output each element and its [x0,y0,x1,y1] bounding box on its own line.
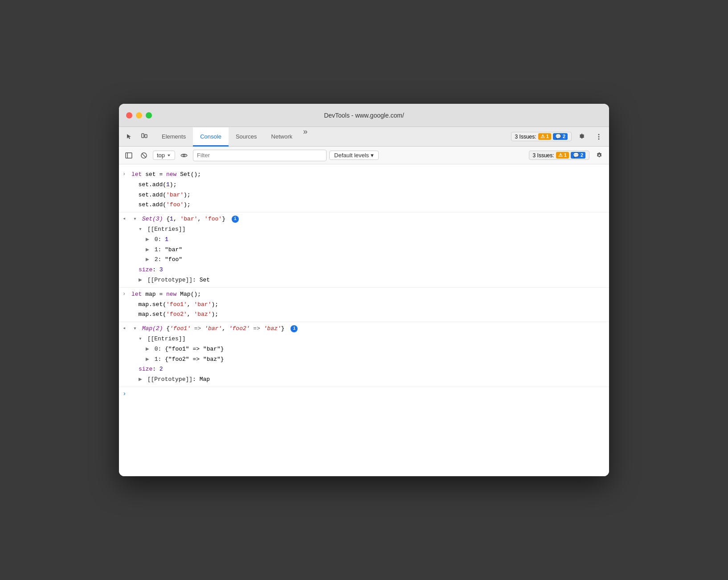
line-content-entry-0: ▶ 0: 1 [146,235,605,245]
console-line-2: set.add(1); [119,180,609,190]
line-content-map-result: ▾ Map(2) {'foo1' => 'bar', 'foo2' => 'ba… [133,324,605,334]
expand-arrow-1[interactable]: › [123,170,128,179]
settings-button[interactable] [575,130,589,143]
set-info-icon[interactable]: i [232,216,239,223]
console-line-map-entry-1: ▶ 1: {"foo2" => "baz"} [133,355,609,365]
map-info-icon[interactable]: i [290,325,298,332]
collapse-arrow-set[interactable]: ▾ [133,215,137,224]
line-content-map-entries: ▾ [[Entries]] [139,335,605,344]
line-content-map-1: let map = new Map(); [131,290,605,299]
expand-arrow-map-prototype[interactable]: ▶ [139,375,142,384]
tab-elements[interactable]: Elements [155,127,193,147]
line-content-map-size: size: 2 [139,365,605,374]
indent-map-prototype [130,375,135,384]
line-content-set: ▾ Set(3) {1, 'bar', 'foo'} i [133,215,605,224]
svg-point-2 [598,134,600,135]
minimize-button[interactable] [136,112,142,118]
device-mode-button[interactable] [138,130,151,143]
line-content-1: let set = new Set(); [131,170,605,180]
toolbar-issues-label: 3 Issues: [533,152,554,159]
toolbar-warning-badge: ⚠ 1 [556,152,569,159]
console-prompt-line[interactable]: › [119,387,609,400]
console-block-map-output: ◂ ▾ Map(2) {'foo1' => 'bar', 'foo2' => '… [119,322,609,387]
issues-label: 3 Issues: [515,134,536,140]
title-bar: DevTools - www.google.com/ [119,104,609,127]
show-console-drawer-button[interactable] [123,149,135,162]
indent-entries [130,225,135,233]
more-tabs-button[interactable]: » [299,127,311,146]
expand-arrow-entry-0[interactable]: ▶ [146,235,149,245]
warning-badge: ⚠ 1 [538,133,551,140]
console-line-map-1: › let map = new Map(); [119,290,609,300]
window-title: DevTools - www.google.com/ [324,112,404,119]
expand-arrow-entry-2[interactable]: ▶ [146,255,149,265]
line-content-map-2: map.set('foo1', 'bar'); [131,300,605,310]
info-badge: 💬 2 [553,133,568,140]
console-block-map-input: › let map = new Map(); map.set('foo1', '… [119,288,609,322]
expand-arrow-map-entry-1[interactable]: ▶ [146,355,149,364]
more-options-button[interactable] [592,130,605,143]
line-content-entry-2: ▶ 2: "foo" [146,255,605,265]
prompt-cursor[interactable] [130,389,219,399]
console-settings-button[interactable] [593,149,605,162]
tab-console[interactable]: Console [193,127,229,147]
indent-map-size [130,365,135,373]
expand-arrow-entry-1[interactable]: ▶ [146,245,149,255]
console-line-3: set.add('bar'); [119,190,609,200]
eye-button[interactable] [178,149,190,162]
tabs-container: Elements Console Sources Network » [155,127,511,146]
console-line-map-result: ◂ ▾ Map(2) {'foo1' => 'bar', 'foo2' => '… [119,324,609,334]
console-line-entries: ▾ [[Entries]] [126,225,609,235]
console-block-set-input: › let set = new Set(); set.add(1); set.a… [119,168,609,212]
svg-rect-5 [126,153,132,158]
issues-badge[interactable]: 3 Issues: ⚠ 1 💬 2 [511,132,572,141]
expand-arrow-prototype[interactable]: ▶ [139,276,142,285]
console-toolbar: top Default levels ▾ 3 Issues: ⚠ 1 💬 2 [119,147,609,164]
tab-sources[interactable]: Sources [229,127,264,147]
line-content-4: set.add('foo'); [131,200,605,210]
toolbar-issues-badge[interactable]: 3 Issues: ⚠ 1 💬 2 [529,151,589,160]
svg-rect-1 [145,135,147,138]
console-line-entry-0: ▶ 0: 1 [133,235,609,245]
console-line-map-3: map.set('foo2', 'baz'); [119,310,609,320]
console-line-4: set.add('foo'); [119,200,609,210]
line-content-map-entry-0: ▶ 0: {"foo1" => "bar"} [146,345,605,354]
tab-network[interactable]: Network [264,127,300,147]
indent-entry-2 [137,255,142,264]
expand-arrow-map-1[interactable]: › [123,290,128,298]
toolbar-right: 3 Issues: ⚠ 1 💬 2 [529,149,605,162]
console-line-prototype: ▶ [[Prototype]]: Set [126,275,609,286]
indent-map-entry-1 [137,355,142,364]
collapse-arrow-entries[interactable]: ▾ [139,225,142,234]
indent-space-4 [123,200,128,209]
filter-input[interactable] [193,150,327,161]
indent-size [130,265,135,274]
line-content-3: set.add('bar'); [131,191,605,200]
collapse-arrow-map[interactable]: ▾ [133,324,137,334]
console-line-map-size: size: 2 [126,364,609,375]
console-line-entry-1: ▶ 1: "bar" [133,245,609,255]
collapse-arrow-map-entries[interactable]: ▾ [139,335,142,344]
svg-rect-0 [142,134,144,138]
console-content: › let set = new Set(); set.add(1); set.a… [119,164,609,476]
devtools-window: DevTools - www.google.com/ Elements [119,104,609,476]
line-content-entry-1: ▶ 1: "bar" [146,245,605,255]
line-content-prototype: ▶ [[Prototype]]: Set [139,276,605,285]
default-levels-button[interactable]: Default levels ▾ [329,151,379,160]
close-button[interactable] [126,112,132,118]
tab-bar-left-icons [123,127,151,146]
clear-console-button[interactable] [138,149,150,162]
context-label: top [157,152,165,159]
console-line-map-entries: ▾ [[Entries]] [126,334,609,344]
indent-map-2 [123,300,128,309]
maximize-button[interactable] [146,112,152,118]
svg-point-10 [598,154,600,156]
svg-point-3 [598,136,600,137]
svg-line-8 [142,153,146,157]
prompt-symbol: › [123,389,126,399]
context-selector[interactable]: top [153,151,175,160]
expand-arrow-map-entry-0[interactable]: ▶ [146,345,149,354]
console-line-map-entry-0: ▶ 0: {"foo1" => "bar"} [133,344,609,355]
line-content-entries: ▾ [[Entries]] [139,225,605,234]
inspect-element-button[interactable] [123,130,136,143]
